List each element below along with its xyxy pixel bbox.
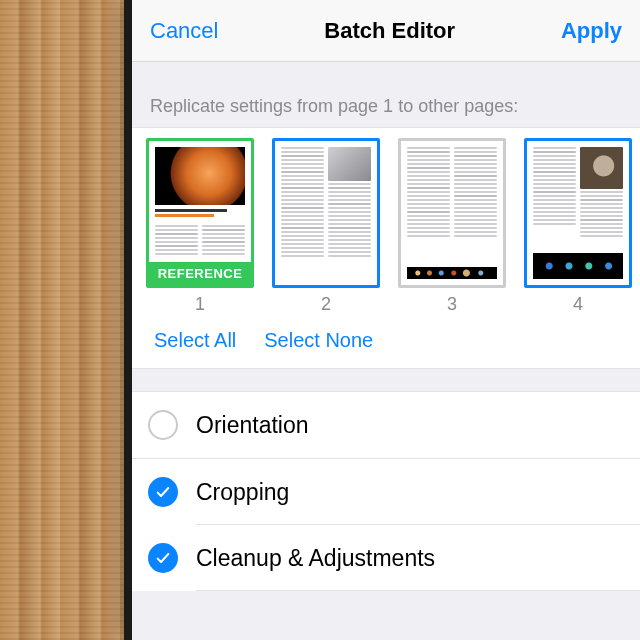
option-cleanup-adjustments[interactable]: Cleanup & Adjustments bbox=[132, 525, 640, 591]
select-all-button[interactable]: Select All bbox=[154, 329, 236, 352]
option-label: Cropping bbox=[196, 479, 624, 506]
option-cropping[interactable]: Cropping bbox=[132, 459, 640, 525]
apply-button[interactable]: Apply bbox=[561, 18, 622, 44]
checkbox-unchecked-icon[interactable] bbox=[148, 410, 178, 440]
option-label: Cleanup & Adjustments bbox=[196, 545, 624, 572]
navbar: Cancel Batch Editor Apply bbox=[132, 0, 640, 62]
cancel-button[interactable]: Cancel bbox=[150, 18, 218, 44]
page-thumb-2[interactable]: 2 bbox=[272, 138, 380, 315]
thumbnail-image-planets bbox=[407, 267, 497, 279]
page-thumbnails: REFERENCE 1 bbox=[132, 127, 640, 369]
page-number: 3 bbox=[447, 294, 457, 315]
page-thumb-3[interactable]: 3 bbox=[398, 138, 506, 315]
batch-editor-sheet: Cancel Batch Editor Apply Replicate sett… bbox=[124, 0, 640, 640]
page-thumb-4[interactable]: 4 bbox=[524, 138, 632, 315]
navbar-title: Batch Editor bbox=[324, 18, 455, 44]
option-orientation[interactable]: Orientation bbox=[132, 392, 640, 459]
option-label: Orientation bbox=[196, 412, 624, 439]
page-number: 4 bbox=[573, 294, 583, 315]
select-none-button[interactable]: Select None bbox=[264, 329, 373, 352]
page-number: 1 bbox=[195, 294, 205, 315]
checkbox-checked-icon[interactable] bbox=[148, 477, 178, 507]
thumbnail-image-mars bbox=[155, 147, 245, 205]
page-number: 2 bbox=[321, 294, 331, 315]
section-caption: Replicate settings from page 1 to other … bbox=[132, 62, 640, 127]
page-thumb-1[interactable]: REFERENCE 1 bbox=[146, 138, 254, 315]
options-list: Orientation Cropping Cleanup & Adjustmen… bbox=[132, 391, 640, 591]
reference-badge: REFERENCE bbox=[149, 262, 251, 285]
thumbnail-image-moons bbox=[533, 253, 623, 279]
checkbox-checked-icon[interactable] bbox=[148, 543, 178, 573]
